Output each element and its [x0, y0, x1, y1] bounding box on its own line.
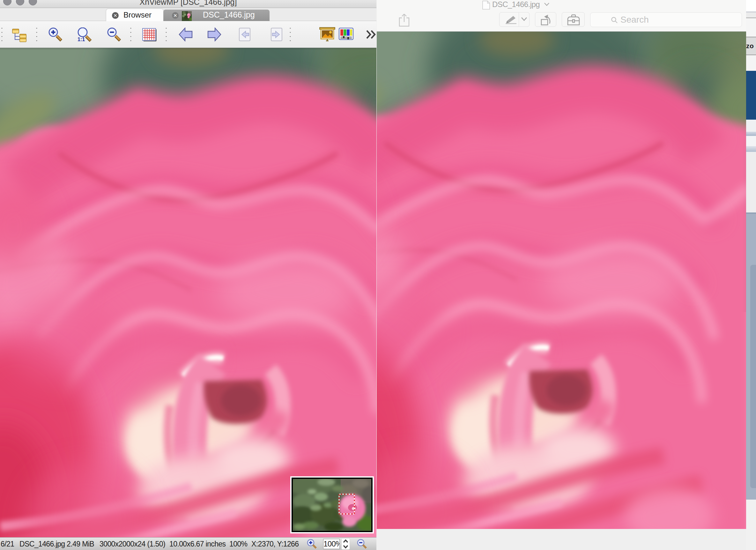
svg-text:1:1: 1:1 — [78, 37, 85, 42]
